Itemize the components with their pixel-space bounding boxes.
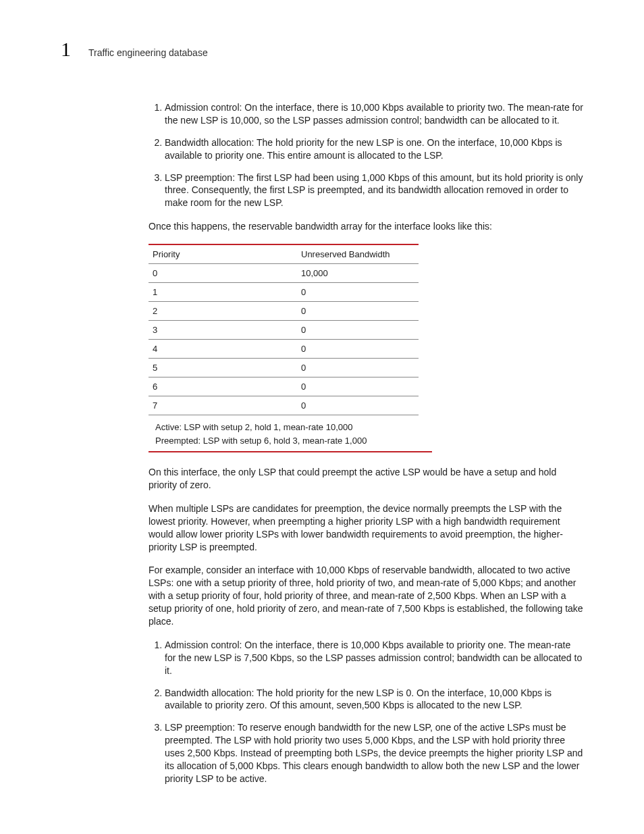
page: 1 Traffic engineering database Admission… [0, 0, 644, 834]
note-active: Active: LSP with setup 2, hold 1, mean-r… [155, 421, 425, 434]
admission-list-2: Admission control: On the interface, the… [149, 639, 583, 785]
table-row: 30 [149, 321, 419, 340]
cell-priority: 6 [149, 377, 297, 396]
list-item: Admission control: On the interface, the… [165, 639, 583, 677]
note-preempted: Preempted: LSP with setup 6, hold 3, mea… [155, 434, 425, 448]
cell-priority: 2 [149, 302, 297, 321]
cell-bandwidth: 0 [297, 321, 419, 340]
list-item: Admission control: On the interface, the… [165, 101, 583, 127]
col-bandwidth: Unreserved Bandwidth [297, 244, 419, 264]
table-row: 50 [149, 359, 419, 377]
body-paragraph: Once this happens, the reservable bandwi… [149, 220, 583, 233]
table-row: 10 [149, 283, 419, 302]
table-notes: Active: LSP with setup 2, hold 1, mean-r… [149, 418, 432, 452]
cell-priority: 5 [149, 359, 297, 377]
cell-bandwidth: 0 [297, 377, 419, 396]
page-header: 1 Traffic engineering database [61, 39, 583, 59]
table-row: 40 [149, 340, 419, 359]
cell-priority: 1 [149, 283, 297, 302]
cell-bandwidth: 0 [297, 302, 419, 321]
bandwidth-table: Priority Unreserved Bandwidth 010,000 10… [149, 244, 419, 415]
cell-priority: 4 [149, 340, 297, 359]
list-item: LSP preemption: To reserve enough bandwi… [165, 721, 583, 785]
table-row: 20 [149, 302, 419, 321]
admission-list-1: Admission control: On the interface, the… [149, 101, 583, 209]
page-title: Traffic engineering database [88, 47, 208, 58]
table-row: 60 [149, 377, 419, 396]
body-paragraph: When multiple LSPs are candidates for pr… [149, 502, 583, 554]
list-item: Bandwidth allocation: The hold priority … [165, 136, 583, 162]
cell-priority: 3 [149, 321, 297, 340]
cell-priority: 0 [149, 264, 297, 283]
cell-bandwidth: 0 [297, 359, 419, 377]
col-priority: Priority [149, 244, 297, 264]
table-row: 70 [149, 396, 419, 415]
cell-bandwidth: 0 [297, 283, 419, 302]
body-paragraph: For example, consider an interface with … [149, 564, 583, 627]
table-row: 010,000 [149, 264, 419, 283]
chapter-number: 1 [61, 39, 71, 59]
table-header-row: Priority Unreserved Bandwidth [149, 244, 419, 264]
list-item: LSP preemption: The first LSP had been u… [165, 172, 583, 210]
cell-priority: 7 [149, 396, 297, 415]
list-item: Bandwidth allocation: The hold priority … [165, 687, 583, 712]
body-paragraph: On this interface, the only LSP that cou… [149, 466, 583, 492]
cell-bandwidth: 10,000 [297, 264, 419, 283]
cell-bandwidth: 0 [297, 340, 419, 359]
cell-bandwidth: 0 [297, 396, 419, 415]
content-area: Admission control: On the interface, the… [149, 101, 583, 785]
